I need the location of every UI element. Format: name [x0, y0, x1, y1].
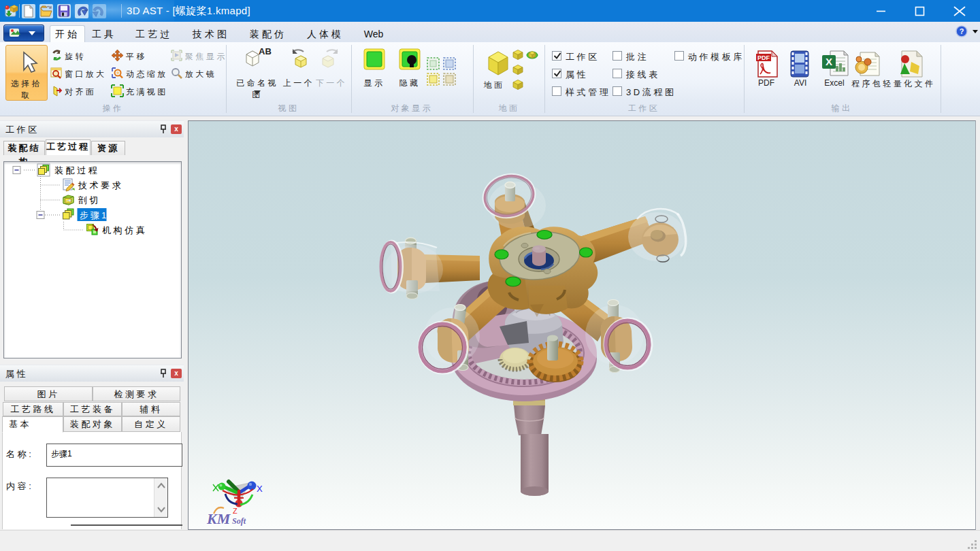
svg-text:?: ? [960, 27, 964, 35]
svg-text:PDF: PDF [757, 54, 770, 61]
svg-text:AB: AB [259, 46, 272, 56]
svg-text:剖切: 剖切 [78, 195, 101, 205]
svg-text:步骤1: 步骤1 [80, 210, 108, 220]
svg-text:X: X [826, 56, 832, 67]
svg-text:装配过程: 装配过程 [54, 165, 99, 176]
svg-text:技术要求: 技术要求 [78, 180, 123, 190]
svg-text:KM: KM [206, 510, 231, 527]
svg-text:X: X [257, 484, 263, 494]
svg-text:机构仿真: 机构仿真 [102, 225, 147, 235]
svg-text:Soft: Soft [232, 516, 246, 526]
svg-text:Z: Z [233, 507, 238, 515]
